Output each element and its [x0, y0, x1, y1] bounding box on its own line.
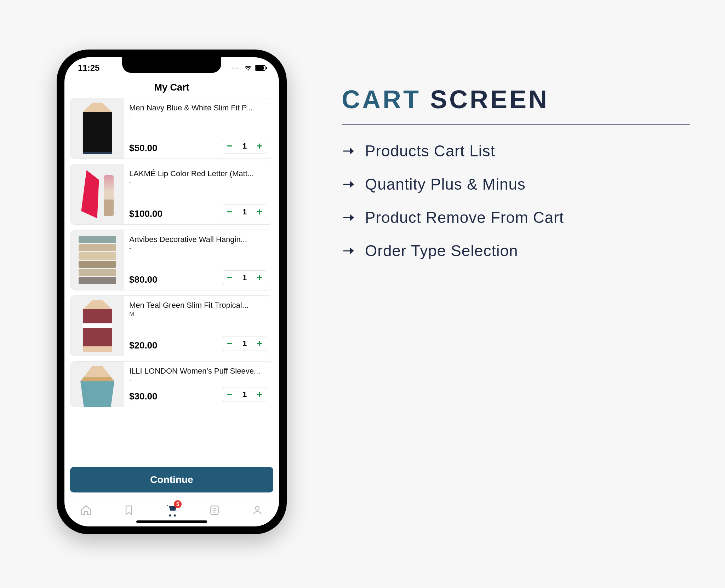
arrow-right-icon: [342, 244, 355, 258]
product-price: $80.00: [129, 274, 158, 285]
description-title: CART SCREEN: [342, 85, 690, 114]
qty-minus-button[interactable]: −: [222, 204, 237, 219]
feature-list: Products Cart List Quantity Plus & Minus…: [342, 142, 690, 260]
home-indicator: [136, 520, 207, 523]
product-variant: -: [129, 245, 267, 252]
qty-value: 1: [237, 339, 252, 348]
stage: 11:25 •••• My Cart Men Navy Blue & White…: [0, 0, 725, 588]
svg-point-4: [256, 506, 259, 510]
qty-plus-button[interactable]: +: [252, 336, 267, 351]
cellular-dots-icon: ••••: [232, 66, 239, 70]
feature-text: Products Cart List: [365, 142, 495, 160]
qty-value: 1: [237, 142, 252, 151]
cart-item-body: Men Navy Blue & White Slim Fit P... - $5…: [124, 98, 273, 158]
tab-orders[interactable]: [206, 502, 223, 519]
tab-saved[interactable]: [120, 502, 137, 519]
arrow-right-icon: [342, 144, 355, 158]
list-icon: [209, 505, 220, 516]
product-price: $100.00: [129, 208, 162, 219]
arrow-right-icon: [342, 211, 355, 224]
bookmark-icon: [123, 505, 135, 516]
wifi-icon: [244, 64, 252, 72]
feature-text: Product Remove From Cart: [365, 209, 564, 226]
product-name: LAKMÉ Lip Color Red Letter (Matt...: [129, 169, 267, 178]
status-time: 11:25: [78, 63, 99, 73]
cart-item: Artvibes Decorative Wall Hangin... - $80…: [70, 230, 273, 290]
description-panel: CART SCREEN Products Cart List Quantity …: [342, 85, 690, 275]
quantity-stepper: − 1 +: [222, 204, 267, 219]
screen-content: My Cart Men Navy Blue & White Slim Fit P…: [64, 79, 279, 526]
product-name: Men Teal Green Slim Fit Tropical...: [129, 301, 267, 310]
cart-item: Men Navy Blue & White Slim Fit P... - $5…: [70, 98, 273, 159]
cart-item-body: Artvibes Decorative Wall Hangin... - $80…: [124, 230, 273, 290]
cart-item-body: ILLI LONDON Women's Puff Sleeve... - $30…: [124, 362, 273, 407]
cart-item-body: LAKMÉ Lip Color Red Letter (Matt... - $1…: [124, 164, 273, 224]
cart-list[interactable]: Men Navy Blue & White Slim Fit P... - $5…: [64, 98, 279, 466]
product-image[interactable]: [70, 164, 124, 224]
title-rest: SCREEN: [430, 85, 549, 114]
qty-value: 1: [237, 207, 252, 217]
product-variant: -: [129, 376, 267, 384]
title-rule: [342, 124, 690, 125]
feature-item: Order Type Selection: [342, 242, 690, 260]
feature-item: Quantity Plus & Minus: [342, 175, 690, 193]
qty-plus-button[interactable]: +: [252, 139, 267, 154]
phone-screen: 11:25 •••• My Cart Men Navy Blue & White…: [64, 57, 279, 526]
cart-item: ILLI LONDON Women's Puff Sleeve... - $30…: [70, 361, 273, 407]
feature-item: Products Cart List: [342, 142, 690, 160]
cart-item-body: Men Teal Green Slim Fit Tropical... M $2…: [124, 296, 273, 356]
product-image[interactable]: [70, 230, 124, 290]
product-image[interactable]: [70, 98, 124, 158]
quantity-stepper: − 1 +: [222, 387, 267, 402]
continue-button[interactable]: Continue: [70, 467, 273, 492]
feature-text: Order Type Selection: [365, 242, 518, 260]
tab-profile[interactable]: [249, 502, 266, 519]
product-name: Artvibes Decorative Wall Hangin...: [129, 235, 267, 244]
product-image[interactable]: [70, 296, 124, 356]
qty-value: 1: [237, 390, 252, 399]
qty-minus-button[interactable]: −: [222, 387, 237, 402]
tab-home[interactable]: [78, 502, 95, 519]
product-variant: -: [129, 113, 267, 120]
qty-minus-button[interactable]: −: [222, 336, 237, 351]
home-icon: [80, 504, 92, 516]
qty-plus-button[interactable]: +: [252, 204, 267, 219]
feature-item: Product Remove From Cart: [342, 209, 690, 226]
title-accent: CART: [342, 85, 421, 114]
status-right: ••••: [232, 64, 266, 72]
feature-text: Quantity Plus & Minus: [365, 175, 526, 193]
page-title: My Cart: [64, 79, 279, 98]
tab-cart[interactable]: 5: [163, 502, 180, 519]
quantity-stepper: − 1 +: [222, 270, 267, 285]
product-image[interactable]: [70, 362, 124, 407]
qty-minus-button[interactable]: −: [222, 270, 237, 285]
cart-item: LAKMÉ Lip Color Red Letter (Matt... - $1…: [70, 164, 273, 225]
arrow-right-icon: [342, 178, 355, 191]
phone-notch: [122, 57, 221, 73]
qty-plus-button[interactable]: +: [252, 387, 267, 402]
qty-value: 1: [237, 273, 252, 282]
phone-frame: 11:25 •••• My Cart Men Navy Blue & White…: [57, 50, 287, 534]
product-price: $30.00: [129, 391, 158, 402]
quantity-stepper: − 1 +: [222, 139, 267, 154]
cart-item: Men Teal Green Slim Fit Tropical... M $2…: [70, 295, 273, 356]
quantity-stepper: − 1 +: [222, 336, 267, 351]
qty-minus-button[interactable]: −: [222, 139, 237, 154]
product-variant: M: [129, 311, 267, 318]
product-variant: -: [129, 179, 267, 186]
product-name: Men Navy Blue & White Slim Fit P...: [129, 103, 267, 113]
product-price: $20.00: [129, 340, 158, 351]
user-icon: [252, 505, 263, 516]
battery-icon: [255, 65, 266, 71]
qty-plus-button[interactable]: +: [252, 270, 267, 285]
product-price: $50.00: [129, 143, 158, 154]
cart-badge: 5: [174, 500, 182, 508]
product-name: ILLI LONDON Women's Puff Sleeve...: [129, 367, 267, 376]
